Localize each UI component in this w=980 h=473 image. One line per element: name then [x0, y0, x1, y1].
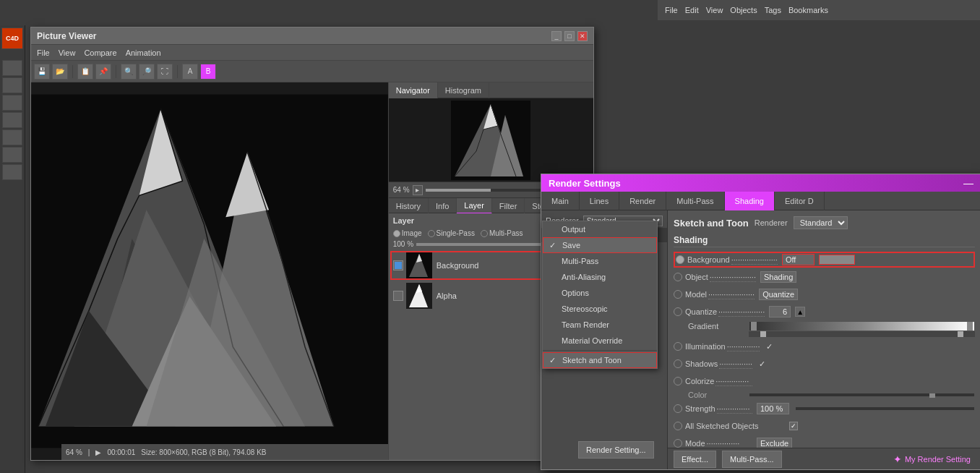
tool-icon-7[interactable]	[2, 164, 22, 180]
layer-radio-multi[interactable]: Multi-Pass	[481, 229, 523, 237]
pv-menu-compare[interactable]: Compare	[84, 48, 116, 57]
tool-icon-2[interactable]	[2, 77, 22, 93]
tool-icon-3[interactable]	[2, 95, 22, 111]
dropdown-item-materialoverride[interactable]: Material Override	[543, 333, 657, 349]
shading-obj-value[interactable]: Shading	[760, 271, 796, 283]
strength-slider[interactable]	[795, 406, 975, 411]
tab-navigator[interactable]: Navigator	[389, 82, 438, 98]
radio-strength[interactable]	[674, 404, 682, 413]
pv-copy-btn[interactable]: 📋	[77, 64, 93, 80]
pv-zoom-out-btn[interactable]: 🔎	[139, 64, 155, 80]
dropdown-item-save[interactable]: ✓ Save	[543, 237, 657, 253]
radio-model[interactable]	[674, 290, 682, 299]
dropdown-item-output[interactable]: Output	[543, 221, 657, 237]
radio-object[interactable]	[674, 273, 682, 281]
pv-menu-file[interactable]: File	[37, 48, 50, 57]
pv-image-viewport[interactable]: 64 % | ▶ 00:00:01 Size: 800×600, RGB (8 …	[31, 82, 388, 460]
tool-icon-5[interactable]	[2, 129, 22, 145]
dropdown-item-stereoscopic[interactable]: Stereoscopic	[543, 301, 657, 317]
layer-checkbox-alpha[interactable]	[393, 291, 403, 301]
dropdown-item-teamrender[interactable]: Team Render	[543, 317, 657, 333]
gradient-bar[interactable]	[749, 321, 975, 331]
rs-tab-lines[interactable]: Lines	[580, 192, 619, 210]
c4d-menu-bar: File Edit View Objects Tags Bookmarks	[658, 0, 980, 20]
menu-tags[interactable]: Tags	[765, 6, 781, 14]
shading-bg-value[interactable]: Off	[782, 254, 814, 265]
quantize-spinner[interactable]: ▲	[795, 307, 805, 317]
shading-quant-value[interactable]: 6	[769, 306, 791, 318]
dropdown-item-options[interactable]: Options	[543, 285, 657, 301]
multipass-button[interactable]: Multi-Pass...	[722, 451, 782, 468]
radio-quantize[interactable]	[674, 307, 682, 316]
layer-checkbox-bg[interactable]	[393, 260, 403, 270]
pv-save-btn[interactable]: 💾	[34, 64, 50, 80]
layer-radio-image[interactable]: Image	[393, 229, 422, 237]
zoom-step-btn[interactable]: ▸	[413, 185, 423, 195]
menu-objects[interactable]: Objects	[730, 6, 757, 14]
handle-r[interactable]	[958, 331, 963, 337]
radio-shadows[interactable]	[674, 359, 682, 368]
gradient-handle-left[interactable]	[751, 322, 757, 331]
gradient-handle-right[interactable]	[967, 322, 973, 331]
pv-minimize-button[interactable]: _	[551, 31, 562, 41]
menu-bookmarks[interactable]: Bookmarks	[788, 6, 828, 14]
pv-menu-view[interactable]: View	[59, 48, 76, 57]
layer-radio-single[interactable]: Single-Pass	[428, 229, 475, 237]
rs-close-button[interactable]: —	[963, 177, 973, 189]
gradient-handle-bar[interactable]	[749, 331, 975, 337]
color-slider[interactable]	[749, 393, 975, 397]
tab-layer[interactable]: Layer	[457, 198, 492, 214]
pv-close-button[interactable]: ✕	[577, 31, 588, 41]
illumination-check[interactable]: ✓	[764, 341, 774, 351]
all-sketched-checkbox[interactable]: ✓	[789, 422, 798, 430]
tool-icon-4[interactable]	[2, 112, 22, 128]
pv-maximize-button[interactable]: □	[564, 31, 575, 41]
shading-mode-label: Mode ···············	[685, 439, 754, 448]
tab-history[interactable]: History	[389, 198, 429, 214]
tool-icon-1[interactable]	[2, 60, 22, 76]
menu-file[interactable]: File	[665, 6, 678, 14]
pv-channels-b-btn[interactable]: B	[200, 64, 216, 80]
shading-strength-value[interactable]: 100 %	[757, 403, 789, 414]
dropdown-item-sketch-toon[interactable]: ✓ Sketch and Toon	[543, 352, 657, 368]
pv-open-btn[interactable]: 📂	[52, 64, 68, 80]
bg-color-swatch[interactable]	[819, 255, 855, 265]
rs-tab-render[interactable]: Render	[619, 192, 666, 210]
pv-menu-animation[interactable]: Animation	[126, 48, 161, 57]
tool-icon-6[interactable]	[2, 147, 22, 163]
my-render-setting[interactable]: ✦ My Render Setting	[889, 452, 975, 466]
rs-tab-editord[interactable]: Editor D	[775, 192, 825, 210]
shading-colorize-label: Colorize ···············	[685, 377, 754, 386]
color-handle[interactable]	[929, 393, 935, 398]
pv-paste-btn[interactable]: 📌	[95, 64, 111, 80]
menu-edit[interactable]: Edit	[685, 6, 699, 14]
rs-tab-multipass[interactable]: Multi-Pass	[666, 192, 724, 210]
rs-color-row: Color	[674, 391, 975, 399]
radio-mode[interactable]	[674, 439, 682, 448]
tab-filter[interactable]: Filter	[492, 198, 525, 214]
radio-all-sketched[interactable]	[674, 422, 682, 430]
menu-view[interactable]: View	[706, 6, 723, 14]
radio-colorize[interactable]	[674, 377, 682, 385]
pv-playback-btn[interactable]: ▶	[95, 448, 101, 456]
rs-shadows-row: Shadows ··············· ✓	[674, 356, 975, 372]
radio-illumination[interactable]	[674, 342, 682, 351]
pv-zoom-in-btn[interactable]: 🔍	[121, 64, 137, 80]
handle-l[interactable]	[760, 331, 766, 337]
pv-fit-btn[interactable]: ⛶	[157, 64, 173, 80]
rs-tab-shading[interactable]: Shading	[725, 192, 775, 210]
dropdown-item-multipass[interactable]: Multi-Pass	[543, 253, 657, 269]
shading-model-value[interactable]: Quantize	[759, 289, 798, 300]
shadows-check[interactable]: ✓	[757, 359, 767, 369]
rs-renderer-dropdown[interactable]: Standard	[794, 216, 848, 229]
pv-channels-btn[interactable]: A	[182, 64, 198, 80]
render-setting-button[interactable]: Render Setting...	[578, 441, 654, 459]
radio-background[interactable]	[676, 255, 684, 264]
tab-info[interactable]: Info	[429, 198, 457, 214]
rs-tab-main[interactable]: Main	[541, 192, 580, 210]
dropdown-item-antialiasing[interactable]: Anti-Aliasing	[543, 269, 657, 285]
effects-button[interactable]: Effect...	[674, 451, 716, 468]
colorize-check[interactable]	[757, 376, 767, 386]
picture-viewer-window: Picture Viewer _ □ ✕ File View Compare A…	[30, 27, 594, 461]
tab-histogram[interactable]: Histogram	[438, 82, 489, 98]
